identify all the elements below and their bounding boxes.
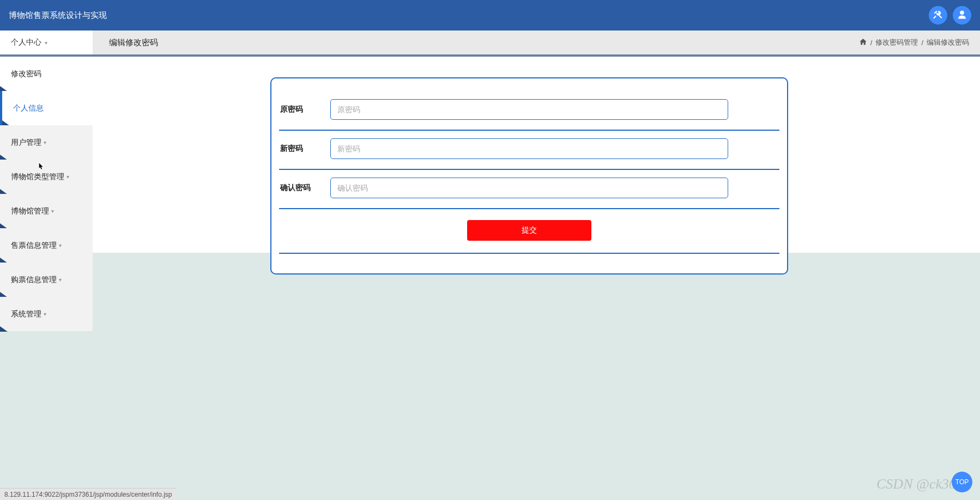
sidebar-item-label: 个人信息 bbox=[13, 103, 44, 113]
breadcrumb: / 修改密码管理 / 编辑修改密码 bbox=[859, 38, 969, 47]
subheader-left-label: 个人中心 bbox=[11, 38, 41, 47]
breadcrumb-item-1[interactable]: 修改密码管理 bbox=[875, 38, 918, 47]
form-row-confirm-password: 确认密码 bbox=[279, 170, 779, 209]
body: 修改密码个人信息用户管理▾博物馆类型管理▾博物馆管理▾售票信息管理▾购票信息管理… bbox=[0, 57, 980, 500]
chevron-down-icon: ▾ bbox=[51, 208, 54, 214]
input-new-password[interactable] bbox=[330, 138, 728, 159]
scroll-top-button[interactable]: TOP bbox=[952, 472, 972, 492]
form-row-new-password: 新密码 bbox=[279, 131, 779, 170]
corner-accent bbox=[0, 326, 8, 332]
sidebar-item-0[interactable]: 修改密码 bbox=[0, 57, 93, 91]
subheader-left-dropdown[interactable]: 个人中心 ▾ bbox=[0, 31, 93, 54]
sidebar-item-label: 博物馆类型管理 bbox=[11, 172, 64, 182]
form-row-old-password: 原密码 bbox=[279, 92, 779, 131]
sidebar-item-label: 售票信息管理 bbox=[11, 241, 57, 251]
chevron-down-icon: ▾ bbox=[59, 242, 62, 248]
sidebar-item-6[interactable]: 购票信息管理▾ bbox=[0, 263, 93, 297]
breadcrumb-sep: / bbox=[870, 39, 873, 47]
status-bar-text: 8.129.11.174:9022/jspm37361/jsp/modules/… bbox=[4, 491, 172, 498]
sidebar-item-label: 系统管理 bbox=[11, 309, 41, 319]
sidebar-item-4[interactable]: 博物馆管理▾ bbox=[0, 194, 93, 228]
sidebar-item-1[interactable]: 个人信息 bbox=[0, 91, 93, 125]
user-icon bbox=[957, 10, 967, 21]
page-title: 编辑修改密码 bbox=[109, 38, 158, 48]
subheader: 个人中心 ▾ 编辑修改密码 / 修改密码管理 / 编辑修改密码 bbox=[0, 31, 980, 57]
submit-row: 提交 bbox=[279, 209, 779, 254]
sidebar-item-label: 用户管理 bbox=[11, 138, 41, 148]
app-root: 博物馆售票系统设计与实现 个人中心 ▾ 编辑修改密码 / bbox=[0, 0, 980, 500]
sidebar-item-label: 修改密码 bbox=[11, 69, 41, 79]
main-area: 原密码 新密码 确认密码 提交 bbox=[93, 57, 980, 500]
fab-label: TOP bbox=[955, 478, 969, 486]
chevron-down-icon: ▾ bbox=[44, 139, 46, 145]
status-bar: 8.129.11.174:9022/jspm37361/jsp/modules/… bbox=[0, 488, 177, 500]
sidebar-item-3[interactable]: 博物馆类型管理▾ bbox=[0, 160, 93, 194]
chevron-down-icon: ▾ bbox=[45, 40, 47, 46]
sidebar: 修改密码个人信息用户管理▾博物馆类型管理▾博物馆管理▾售票信息管理▾购票信息管理… bbox=[0, 57, 93, 500]
label-old-password: 原密码 bbox=[279, 105, 323, 114]
sidebar-item-label: 博物馆管理 bbox=[11, 206, 49, 216]
header-settings-button[interactable] bbox=[929, 6, 947, 25]
header-actions bbox=[929, 6, 971, 25]
app-header: 博物馆售票系统设计与实现 bbox=[0, 0, 980, 31]
sidebar-item-7[interactable]: 系统管理▾ bbox=[0, 297, 93, 331]
sidebar-item-label: 购票信息管理 bbox=[11, 275, 57, 285]
input-old-password[interactable] bbox=[330, 99, 728, 120]
breadcrumb-item-2: 编辑修改密码 bbox=[927, 38, 969, 47]
sidebar-item-2[interactable]: 用户管理▾ bbox=[0, 125, 93, 160]
label-new-password: 新密码 bbox=[279, 144, 323, 154]
chevron-down-icon: ▾ bbox=[66, 174, 69, 180]
header-user-button[interactable] bbox=[953, 6, 971, 25]
label-confirm-password: 确认密码 bbox=[279, 183, 323, 193]
chevron-down-icon: ▾ bbox=[59, 277, 62, 283]
app-title: 博物馆售票系统设计与实现 bbox=[9, 10, 107, 21]
sidebar-item-5[interactable]: 售票信息管理▾ bbox=[0, 228, 93, 263]
password-form-card: 原密码 新密码 确认密码 提交 bbox=[270, 77, 788, 275]
breadcrumb-sep: / bbox=[921, 39, 923, 47]
crossed-tools-icon bbox=[933, 10, 943, 21]
chevron-down-icon: ▾ bbox=[44, 311, 46, 317]
home-icon[interactable] bbox=[859, 38, 867, 47]
submit-button[interactable]: 提交 bbox=[467, 220, 591, 241]
input-confirm-password[interactable] bbox=[330, 178, 728, 198]
